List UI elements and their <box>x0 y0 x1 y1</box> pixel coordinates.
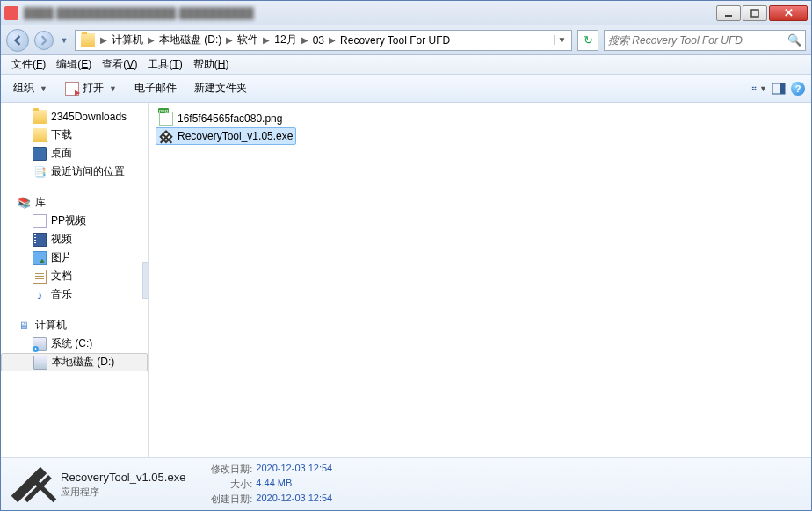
titlebar: ████ ████████████████ ██████████ ✕ <box>1 1 811 25</box>
svg-rect-1 <box>751 10 758 17</box>
app-icon <box>4 6 18 20</box>
details-filename: RecoveryTool_v1.05.exe <box>61 471 185 484</box>
menu-view[interactable]: 查看(V) <box>97 55 142 74</box>
details-icon <box>10 465 48 504</box>
menu-tools[interactable]: 工具(T) <box>142 55 187 74</box>
details-filetype: 应用程序 <box>61 486 185 499</box>
breadcrumb-03[interactable]: 03 <box>310 34 327 47</box>
details-size-value: 4.44 MB <box>256 478 292 491</box>
chevron-right-icon[interactable]: ▶ <box>98 35 109 45</box>
music-icon: ♪ <box>33 288 47 302</box>
chevron-right-icon[interactable]: ▶ <box>146 35 156 45</box>
file-name: 16f5f64565fac080.png <box>178 112 282 125</box>
sidebar-item-2345downloads[interactable]: 2345Downloads <box>1 108 148 126</box>
open-icon: ▶ <box>65 82 79 96</box>
menu-edit[interactable]: 编辑(E) <box>51 55 97 74</box>
view-options-button[interactable]: ▼ <box>751 81 767 97</box>
downloads-icon <box>33 128 47 142</box>
sidebar-item-ppvideo[interactable]: PP视频 <box>1 212 148 230</box>
details-modified-label: 修改日期: <box>205 463 256 476</box>
sidebar-item-documents[interactable]: 文档 <box>1 267 148 285</box>
exe-icon <box>156 126 177 147</box>
details-created-label: 创建日期: <box>205 493 256 506</box>
pictures-icon <box>33 251 47 265</box>
sidebar-item-pictures[interactable]: 图片 <box>1 248 148 267</box>
file-name: RecoveryTool_v1.05.exe <box>178 130 293 142</box>
window-title: ████ ████████████████ ██████████ <box>24 7 716 19</box>
svg-rect-0 <box>725 15 732 17</box>
breadcrumb-current[interactable]: Recovery Tool For UFD <box>337 34 453 47</box>
drive-icon <box>33 337 47 351</box>
chevron-right-icon[interactable]: ▶ <box>261 35 272 45</box>
help-icon: ? <box>791 82 805 96</box>
navigation-pane[interactable]: 2345Downloads 下载 桌面 📑最近访问的位置 📚库 PP视频 视频 … <box>1 103 149 457</box>
file-item-png[interactable]: 16f5f64565fac080.png <box>156 110 286 127</box>
video-icon <box>33 233 47 247</box>
sidebar-item-computer[interactable]: 🖥计算机 <box>1 316 148 335</box>
main-area: 2345Downloads 下载 桌面 📑最近访问的位置 📚库 PP视频 视频 … <box>1 103 811 457</box>
file-list[interactable]: 16f5f64565fac080.png RecoveryTool_v1.05.… <box>149 103 811 457</box>
sidebar-item-music[interactable]: ♪音乐 <box>1 285 148 304</box>
refresh-button[interactable]: ↻ <box>577 30 598 51</box>
svg-rect-2 <box>752 86 754 87</box>
email-button[interactable]: 电子邮件 <box>127 78 184 98</box>
svg-rect-4 <box>755 86 757 87</box>
recent-icon: 📑 <box>33 165 47 179</box>
menubar: 文件(F) 编辑(E) 查看(V) 工具(T) 帮助(H) <box>1 55 811 75</box>
open-button[interactable]: ▶ 打开▼ <box>58 78 124 98</box>
folder-icon <box>81 33 95 47</box>
sidebar-item-videos[interactable]: 视频 <box>1 230 148 248</box>
search-input[interactable] <box>608 34 787 47</box>
address-row: ▼ ▶ 计算机 ▶ 本地磁盘 (D:) ▶ 软件 ▶ 12月 ▶ 03 ▶ Re… <box>1 25 811 55</box>
breadcrumb-software[interactable]: 软件 <box>235 32 261 47</box>
search-box[interactable]: 🔍 <box>604 30 806 51</box>
sidebar-item-drive-d[interactable]: 本地磁盘 (D:) <box>1 353 148 371</box>
address-dropdown[interactable]: ▼ <box>554 35 569 45</box>
details-pane: RecoveryTool_v1.05.exe 应用程序 修改日期:2020-12… <box>1 457 811 510</box>
svg-rect-5 <box>755 89 757 90</box>
svg-rect-3 <box>752 89 754 90</box>
svg-rect-7 <box>780 83 785 94</box>
chevron-down-icon: ▼ <box>759 84 767 93</box>
minimize-button[interactable] <box>716 5 741 21</box>
address-bar[interactable]: ▶ 计算机 ▶ 本地磁盘 (D:) ▶ 软件 ▶ 12月 ▶ 03 ▶ Reco… <box>75 30 572 51</box>
forward-button[interactable] <box>34 31 54 50</box>
toolbar: 组织▼ ▶ 打开▼ 电子邮件 新建文件夹 ▼ ? <box>1 75 811 103</box>
desktop-icon <box>33 147 47 161</box>
chevron-down-icon: ▼ <box>40 84 47 93</box>
file-item-exe[interactable]: RecoveryTool_v1.05.exe <box>156 127 296 145</box>
help-button[interactable]: ? <box>790 81 806 97</box>
new-folder-button[interactable]: 新建文件夹 <box>187 78 254 98</box>
sidebar-item-drive-c[interactable]: 系统 (C:) <box>1 335 148 353</box>
details-created-value: 2020-12-03 12:54 <box>256 493 332 506</box>
breadcrumb-drive-d[interactable]: 本地磁盘 (D:) <box>156 32 224 47</box>
computer-icon: 🖥 <box>17 319 31 333</box>
back-button[interactable] <box>6 29 29 52</box>
close-button[interactable]: ✕ <box>769 5 808 21</box>
library-icon: 📚 <box>17 196 31 210</box>
sidebar-item-desktop[interactable]: 桌面 <box>1 144 148 162</box>
exe-icon <box>14 470 43 499</box>
preview-pane-button[interactable] <box>771 81 787 97</box>
nav-history-dropdown[interactable]: ▼ <box>59 36 69 45</box>
sidebar-item-downloads[interactable]: 下载 <box>1 126 148 144</box>
drive-icon <box>33 356 47 370</box>
ppvideo-icon <box>33 214 47 228</box>
details-modified-value: 2020-12-03 12:54 <box>256 463 332 476</box>
breadcrumb-december[interactable]: 12月 <box>272 32 299 47</box>
breadcrumb-computer[interactable]: 计算机 <box>109 32 146 47</box>
chevron-down-icon: ▼ <box>109 84 117 93</box>
maximize-button[interactable] <box>743 5 767 21</box>
sidebar-item-recent[interactable]: 📑最近访问的位置 <box>1 162 148 181</box>
png-icon <box>159 112 173 126</box>
organize-button[interactable]: 组织▼ <box>6 78 54 98</box>
menu-help[interactable]: 帮助(H) <box>188 55 235 74</box>
chevron-right-icon[interactable]: ▶ <box>327 35 337 45</box>
search-icon[interactable]: 🔍 <box>787 33 801 47</box>
details-size-label: 大小: <box>205 478 256 491</box>
chevron-right-icon[interactable]: ▶ <box>224 35 235 45</box>
sidebar-item-libraries[interactable]: 📚库 <box>1 193 148 212</box>
folder-icon <box>33 110 47 124</box>
menu-file[interactable]: 文件(F) <box>6 55 51 74</box>
chevron-right-icon[interactable]: ▶ <box>300 35 310 45</box>
